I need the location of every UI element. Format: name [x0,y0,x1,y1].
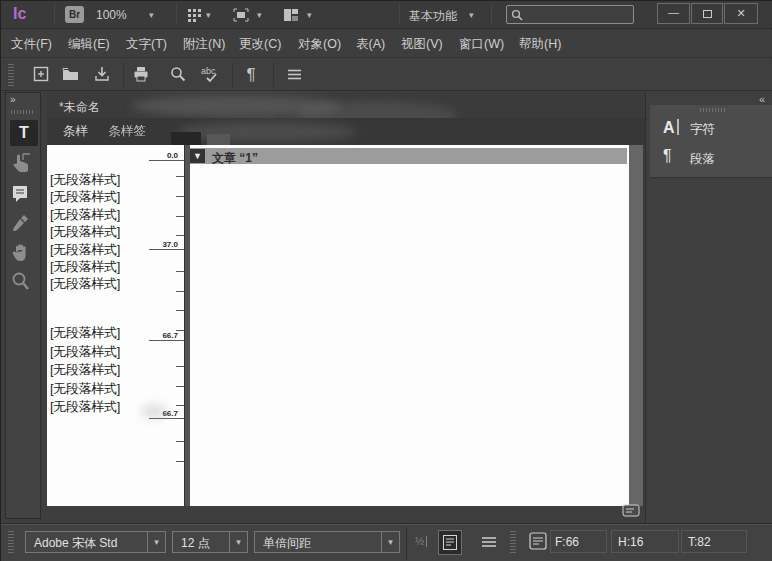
tools-grip[interactable] [11,110,35,114]
save-icon[interactable] [93,65,113,85]
dock-grip[interactable] [700,108,726,112]
bridge-button[interactable]: Br [65,6,84,23]
paragraph-style-row[interactable]: [无段落样式] [50,223,120,241]
galley-view-toggle[interactable] [438,530,462,555]
font-size-select[interactable]: 12 点 ▾ [172,531,248,553]
line-spacing-icon[interactable]: ½ [415,535,427,547]
paragraph-style-row[interactable]: [无段落样式] [50,324,120,342]
copyfit-lines-field: F:66 [550,530,607,553]
tools-panel: » T [5,92,41,519]
chevron-down-icon[interactable]: ▾ [149,10,154,20]
menu-item-6[interactable]: 对象(O) [298,30,341,58]
incopy-logo: Ic [13,5,26,23]
story-header-bar[interactable]: ▼ 文章 “1” [190,148,627,164]
ruler-label: 0.0 [147,151,178,160]
statusbar-menu-icon[interactable] [480,534,498,550]
font-family-select[interactable]: Adobe 宋体 Std ▾ [25,531,166,553]
paragraph-icon[interactable]: ¶ [663,147,672,165]
character-panel-label[interactable]: 字符 [690,121,715,138]
menu-item-3[interactable]: 文字(T) [126,30,167,58]
tab-stub [171,132,201,145]
minimize-button[interactable]: — [657,3,690,24]
print-icon[interactable] [132,65,152,85]
new-document-icon[interactable] [32,65,52,85]
toolbar: abc ¶ [1,59,772,91]
story-title: 文章 “1” [212,150,258,167]
menu-item-9[interactable]: 窗口(W) [459,30,504,58]
character-icon: A [662,117,684,137]
workspace-switcher[interactable]: 基本功能 [409,8,457,25]
titlebar: Ic Br 100% ▾ ▾ ▾ ▾ 基本功能 ▾ — ✕ [1,1,772,29]
statusbar-grip[interactable] [8,531,14,555]
overset-indicator-icon[interactable] [622,504,640,517]
toolbar-grip[interactable] [8,64,14,86]
copyfit-info-icon[interactable] [529,532,547,550]
chevron-down-icon: ▾ [147,532,165,552]
document-tab-bar: *未命名 [47,93,645,118]
paragraph-style-row[interactable]: [无段落样式] [50,398,120,416]
menu-item-2[interactable]: 编辑(E) [68,30,110,58]
paragraph-style-row[interactable]: [无段落样式] [50,188,120,206]
story-editor: ▼ 文章 “1” [190,145,629,506]
search-input[interactable] [506,5,634,24]
leading-select[interactable]: 单倍间距 ▾ [254,531,400,553]
paragraph-style-row[interactable]: [无段落样式] [50,241,120,259]
menu-item-4[interactable]: 附注(N) [183,30,225,58]
spellcheck-icon[interactable]: abc [200,65,220,85]
view-options-icon[interactable] [187,8,202,22]
tab-galley[interactable]: 条样 [63,118,88,145]
chevron-down-icon[interactable]: ▾ [307,10,312,20]
eyedropper-tool[interactable] [10,212,38,238]
hand-tool[interactable] [10,241,38,267]
zoom-level-select[interactable]: 100% [96,8,127,22]
screen-mode-icon[interactable] [233,8,249,22]
dock-panel: A 字符 ¶ 段落 [650,105,772,178]
type-tool[interactable]: T [10,120,38,146]
collapse-story-icon[interactable]: ▼ [190,149,205,163]
document-tab[interactable]: *未命名 [59,99,100,116]
note-tool[interactable] [10,182,38,208]
collapse-dock-icon[interactable]: « [759,93,763,105]
paragraph-style-row[interactable]: [无段落样式] [50,380,120,398]
menu-item-8[interactable]: 视图(V) [401,30,443,58]
toolbar-menu-icon[interactable] [286,65,306,85]
paragraph-panel-label[interactable]: 段落 [690,151,715,168]
show-hidden-characters-icon[interactable]: ¶ [241,65,261,85]
zoom-tool[interactable] [10,270,38,296]
tab-story[interactable]: 条样签 [108,118,146,145]
chevron-down-icon[interactable]: ▾ [469,10,474,20]
chevron-down-icon: ▾ [381,532,399,552]
maximize-button[interactable] [691,3,723,24]
expand-panel-icon[interactable]: » [10,94,15,105]
close-button[interactable]: ✕ [724,3,758,24]
menu-item-10[interactable]: 帮助(H) [519,30,561,58]
copyfit-words-field: T:82 [681,530,747,553]
svg-text:abc: abc [201,66,216,76]
menu-item-5[interactable]: 更改(C) [239,30,281,58]
chevron-down-icon[interactable]: ▾ [206,10,211,20]
paragraph-styles-column: [无段落样式][无段落样式][无段落样式][无段落样式][无段落样式][无段落样… [47,145,184,506]
chevron-down-icon[interactable]: ▾ [257,10,262,20]
paragraph-style-row[interactable]: [无段落样式] [50,343,120,361]
menu-item-7[interactable]: 表(A) [356,30,385,58]
statusbar-grip2[interactable] [510,531,516,555]
ruler-label: 66.7 [147,331,178,340]
menu-item-1[interactable]: 文件(F) [11,30,52,58]
view-tab-bar: 条样 条样签 [47,118,645,145]
paragraph-style-row[interactable]: [无段落样式] [50,206,120,224]
open-folder-icon[interactable] [61,65,81,85]
svg-text:A: A [663,119,675,136]
copyfit-depth-field: H:16 [611,530,679,553]
paragraph-style-row[interactable]: [无段落样式] [50,275,120,293]
paragraph-style-row[interactable]: [无段落样式] [50,361,120,379]
search-icon [511,9,523,21]
position-tool[interactable] [10,151,38,177]
character-panel-button[interactable]: A [662,117,684,137]
find-icon[interactable] [169,65,189,85]
ruler-label: 37.0 [147,240,178,249]
paragraph-style-row[interactable]: [无段落样式] [50,171,120,189]
vertical-scrollbar[interactable] [629,145,644,506]
panel-dock: « A 字符 ¶ 段落 [645,91,772,523]
workspace-layout-icon[interactable] [283,8,299,22]
paragraph-style-row[interactable]: [无段落样式] [50,258,120,276]
